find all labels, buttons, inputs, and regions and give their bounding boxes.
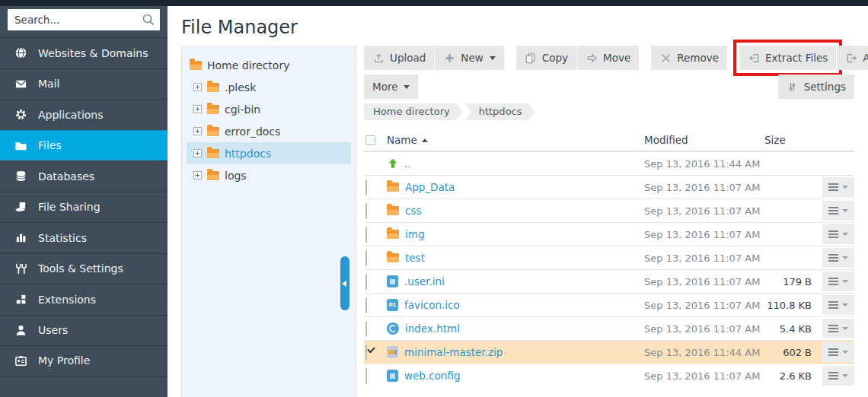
search-input[interactable] xyxy=(8,9,160,30)
modified-value: Sep 13, 2016 11:07 AM xyxy=(644,370,764,382)
column-header-modified[interactable]: Modified xyxy=(644,134,764,146)
expand-plus-icon[interactable] xyxy=(193,149,202,157)
table-row: App_DataSep 13, 2016 11:07 AM xyxy=(364,175,854,198)
file-name-link[interactable]: web.config xyxy=(404,370,461,382)
sidebar-item-label: Websites & Domains xyxy=(38,47,148,59)
select-all-checkbox[interactable] xyxy=(365,135,375,145)
row-menu-button[interactable] xyxy=(822,342,854,362)
expand-plus-icon[interactable] xyxy=(193,171,202,179)
row-checkbox[interactable] xyxy=(365,274,367,290)
file-name-link[interactable]: .. xyxy=(404,157,411,170)
checkbox-cell xyxy=(364,275,387,289)
file-name-cell: .. xyxy=(387,157,644,170)
expand-plus-icon[interactable] xyxy=(193,83,202,91)
more-button[interactable]: More xyxy=(364,75,418,99)
table-row: web.configSep 13, 2016 11:07 AM2.6 KB xyxy=(364,364,854,387)
user-icon xyxy=(13,324,28,337)
sidebar-item-label: Mail xyxy=(38,78,59,90)
row-checkbox[interactable] xyxy=(365,250,367,266)
sidebar-nav: Websites & DomainsMailApplicationsFilesD… xyxy=(0,37,168,376)
sidebar-item-tools-settings[interactable]: Tools & Settings xyxy=(0,253,168,284)
row-checkbox[interactable] xyxy=(365,203,367,219)
sidebar-item-websites-domains[interactable]: Websites & Domains xyxy=(0,37,168,68)
sidebar-item-files[interactable]: Files xyxy=(0,130,168,161)
sidebar-item-label: Applications xyxy=(38,109,104,121)
file-name-link[interactable]: index.html xyxy=(405,322,460,335)
sidebar-item-label: Statistics xyxy=(38,232,87,244)
new-button[interactable]: New xyxy=(435,46,503,70)
settings-button[interactable]: Settings xyxy=(778,75,854,99)
folder-icon xyxy=(387,206,399,215)
tree-item-home-directory[interactable]: Home directory xyxy=(182,54,356,76)
row-checkbox[interactable] xyxy=(365,368,367,384)
remove-icon xyxy=(659,52,672,64)
row-menu-button[interactable] xyxy=(822,319,854,338)
sidebar-item-file-sharing[interactable]: File Sharing xyxy=(0,192,168,223)
row-menu-button[interactable] xyxy=(822,248,854,268)
hamburger-icon xyxy=(828,348,838,356)
file-type-file-icon xyxy=(387,275,398,287)
toolbar-button-group: Remove xyxy=(651,46,727,70)
hamburger-icon xyxy=(828,301,838,309)
row-checkbox[interactable] xyxy=(365,297,367,313)
sidebar-item-my-profile[interactable]: My Profile xyxy=(0,345,168,376)
breadcrumb-segment[interactable]: Home directory xyxy=(364,103,463,120)
checkbox-cell xyxy=(364,204,387,218)
tree-item--plesk[interactable]: .plesk xyxy=(182,76,356,98)
search-icon[interactable] xyxy=(142,13,155,27)
panel-collapse-handle[interactable] xyxy=(340,256,349,310)
tree-item-error-docs[interactable]: error_docs xyxy=(182,120,356,142)
chevron-down-icon xyxy=(404,85,410,89)
row-menu-button[interactable] xyxy=(822,366,854,386)
size-value: 2.6 KB xyxy=(764,370,813,382)
row-menu-button[interactable] xyxy=(822,272,854,291)
move-button[interactable]: Move xyxy=(577,46,639,70)
extract-files-button[interactable]: Extract Files xyxy=(739,46,836,70)
sort-ascending-icon xyxy=(422,138,428,142)
file-type-zip-icon xyxy=(387,346,398,358)
copy-button[interactable]: Copy xyxy=(516,46,576,70)
sidebar-item-mail[interactable]: Mail xyxy=(0,68,168,100)
expand-plus-icon[interactable] xyxy=(193,105,202,113)
row-menu-cell xyxy=(813,224,854,244)
file-name-link[interactable]: favicon.ico xyxy=(404,299,460,311)
chart-icon xyxy=(13,231,28,244)
chevron-down-icon xyxy=(842,256,848,259)
file-name-link[interactable]: test xyxy=(405,252,425,264)
row-menu-button[interactable] xyxy=(822,295,854,315)
sidebar-item-users[interactable]: Users xyxy=(0,315,168,346)
sidebar-item-databases[interactable]: Databases xyxy=(0,160,168,192)
tree-item-logs[interactable]: logs xyxy=(182,164,356,186)
hamburger-icon xyxy=(828,278,838,285)
row-menu-cell xyxy=(813,319,854,338)
file-name-link[interactable]: .user.ini xyxy=(404,275,445,287)
row-checkbox[interactable] xyxy=(365,227,367,243)
row-checkbox[interactable] xyxy=(365,321,367,337)
add-to-archive-button[interactable]: Add to Archive xyxy=(837,46,868,70)
file-name-cell: App_Data xyxy=(387,181,644,193)
upload-button[interactable]: Upload xyxy=(364,46,434,70)
tree-item-httpdocs[interactable]: httpdocs xyxy=(187,142,351,164)
row-menu-button[interactable] xyxy=(822,201,854,221)
breadcrumb-segment[interactable]: httpdocs xyxy=(465,103,535,120)
tree-item-cgi-bin[interactable]: cgi-bin xyxy=(182,98,356,120)
column-header-size[interactable]: Size xyxy=(764,134,813,146)
folder-icon xyxy=(387,183,399,192)
file-name-link[interactable]: img xyxy=(405,228,424,240)
file-name-link[interactable]: minimal-master.zip xyxy=(404,346,503,358)
file-name-link[interactable]: css xyxy=(405,205,422,217)
expand-plus-icon[interactable] xyxy=(193,127,202,135)
file-name-link[interactable]: App_Data xyxy=(405,181,455,193)
row-menu-button[interactable] xyxy=(822,177,854,197)
sidebar-item-applications[interactable]: Applications xyxy=(0,99,168,130)
row-menu-cell xyxy=(813,272,854,291)
row-menu-button[interactable] xyxy=(822,224,854,244)
row-menu-cell xyxy=(813,342,854,362)
row-checkbox[interactable] xyxy=(365,345,367,360)
sidebar-item-extensions[interactable]: Extensions xyxy=(0,284,168,315)
sidebar-item-statistics[interactable]: Statistics xyxy=(0,222,168,253)
row-checkbox[interactable] xyxy=(365,179,367,195)
column-header-name[interactable]: Name xyxy=(387,134,644,146)
remove-button[interactable]: Remove xyxy=(651,46,727,70)
hamburger-icon xyxy=(828,230,838,238)
